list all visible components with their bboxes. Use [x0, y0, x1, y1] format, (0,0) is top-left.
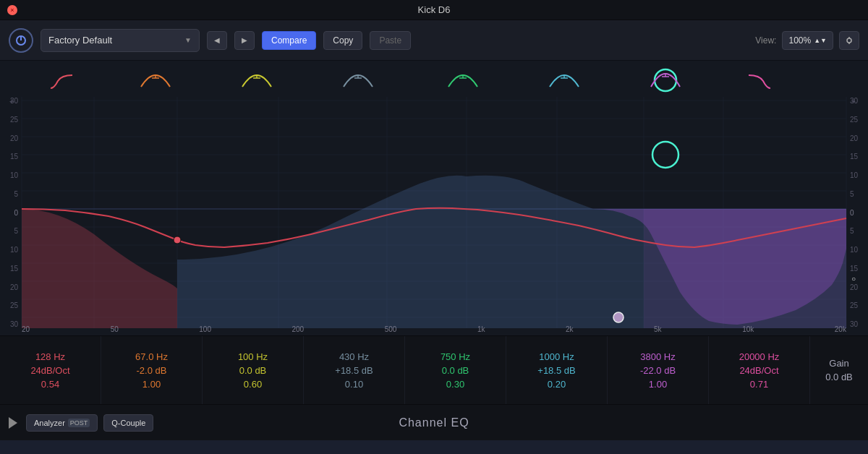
post-badge: POST	[68, 419, 90, 427]
band8-col[interactable]: 20000 Hz 24dB/Oct 0.71	[709, 336, 810, 404]
band4-col[interactable]: 430 Hz +18.5 dB 0.10	[304, 336, 405, 404]
band4-q: 0.10	[345, 379, 363, 390]
svg-point-28	[174, 236, 181, 244]
view-zoom-selector[interactable]: 100% ▲▼	[782, 31, 833, 50]
band6-q: 0.20	[548, 379, 566, 390]
band8-freq: 20000 Hz	[739, 351, 780, 362]
copy-button[interactable]: Copy	[323, 31, 362, 50]
eq-display: + + ○	[0, 61, 868, 335]
band7-q: 1.00	[649, 379, 667, 390]
band4-freq: 430 Hz	[339, 351, 369, 362]
band2-freq: 67.0 Hz	[135, 351, 168, 362]
band8-q: 0.71	[750, 379, 768, 390]
band5-freq: 750 Hz	[441, 351, 470, 362]
close-button[interactable]: ×	[7, 5, 17, 15]
qcouple-button[interactable]: Q-Couple	[103, 414, 153, 432]
band8-db: 24dB/Oct	[739, 365, 778, 376]
next-preset-button[interactable]: ▶	[234, 31, 255, 50]
dropdown-arrow-icon: ▼	[184, 36, 192, 44]
footer-title: Channel EQ	[399, 416, 469, 429]
band6-db: +18.5 dB	[537, 365, 575, 376]
band6-freq: 1000 Hz	[539, 351, 574, 362]
compare-button[interactable]: Compare	[262, 31, 316, 50]
band5-q: 0.30	[446, 379, 464, 390]
band1-col[interactable]: 128 Hz 24dB/Oct 0.54	[0, 336, 101, 404]
band4-db: +18.5 dB	[335, 365, 373, 376]
paste-button[interactable]: Paste	[370, 31, 411, 50]
band2-col[interactable]: 67.0 Hz -2.0 dB 1.00	[101, 336, 203, 404]
db-labels-right: 30252015105 0 51015202530	[850, 97, 864, 328]
preset-selector[interactable]: Factory Default ▼	[41, 29, 200, 52]
band-info: 128 Hz 24dB/Oct 0.54 67.0 Hz -2.0 dB 1.0…	[0, 335, 868, 404]
band3-q: 0.60	[244, 379, 262, 390]
analyzer-button[interactable]: Analyzer POST	[26, 414, 98, 432]
gain-value: 0.0 dB	[825, 372, 853, 382]
title-bar: × Kick D6	[0, 0, 868, 20]
band1-freq: 128 Hz	[35, 351, 65, 362]
band5-db: 0.0 dB	[442, 365, 469, 376]
svg-point-44	[655, 69, 676, 91]
bottom-bar: Analyzer POST Q-Couple Channel EQ	[0, 404, 868, 440]
freq-labels: 2050100200500 1k2k5k10k20k	[22, 322, 846, 335]
power-button[interactable]	[9, 28, 33, 53]
band1-q: 0.54	[41, 379, 59, 390]
db-labels-left: 30252015105 0 51015202530	[4, 97, 18, 328]
band-handles-row	[0, 67, 868, 98]
toolbar: Factory Default ▼ ◀ ▶ Compare Copy Paste…	[0, 20, 868, 61]
band2-db: -2.0 dB	[137, 365, 167, 376]
gain-col: Gain 0.0 dB	[810, 336, 868, 404]
prev-preset-button[interactable]: ◀	[207, 31, 227, 50]
svg-point-29	[613, 312, 624, 322]
zoom-arrows-icon: ▲▼	[814, 37, 827, 44]
band2-q: 1.00	[142, 379, 161, 390]
link-button[interactable]	[839, 31, 859, 50]
view-label: View:	[755, 35, 776, 46]
band6-col[interactable]: 1000 Hz +18.5 dB 0.20	[506, 336, 608, 404]
band3-col[interactable]: 100 Hz 0.0 dB 0.60	[203, 336, 304, 404]
band3-db: 0.0 dB	[239, 365, 267, 376]
band3-freq: 100 Hz	[238, 351, 268, 362]
gain-label: Gain	[829, 358, 848, 369]
band5-col[interactable]: 750 Hz 0.0 dB 0.30	[405, 336, 506, 404]
band1-db: 24dB/Oct	[30, 365, 69, 376]
view-section: View: 100% ▲▼	[755, 31, 859, 50]
window-title: Kick D6	[418, 4, 451, 15]
band7-col[interactable]: 3800 Hz -22.0 dB 1.00	[608, 336, 709, 404]
play-button[interactable]	[9, 417, 20, 429]
band7-freq: 3800 Hz	[640, 351, 675, 362]
band7-db: -22.0 dB	[640, 365, 676, 376]
